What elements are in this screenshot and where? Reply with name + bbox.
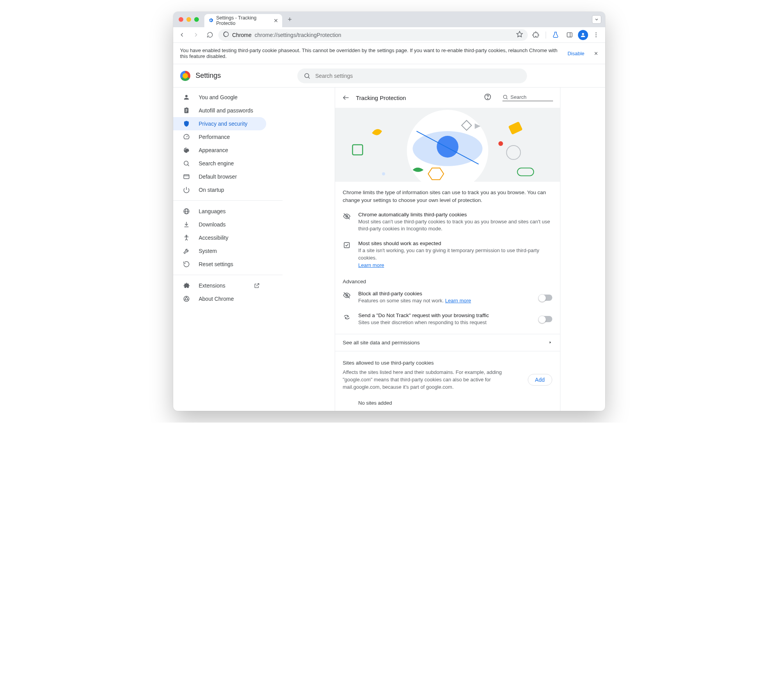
menu-button[interactable] <box>590 29 602 41</box>
back-button[interactable] <box>176 29 188 41</box>
toggle-row-dnt: Send a "Do Not Track" request with your … <box>335 309 560 330</box>
chrome-logo-icon <box>180 71 190 81</box>
settings-header: Settings <box>173 64 605 88</box>
svg-line-30 <box>506 98 508 99</box>
profile-button[interactable] <box>578 30 588 40</box>
extensions-button[interactable] <box>530 29 542 41</box>
close-window-button[interactable] <box>179 17 183 22</box>
tabs-dropdown-button[interactable] <box>592 15 601 24</box>
svg-point-29 <box>503 95 507 99</box>
svg-point-22 <box>185 298 188 300</box>
window-controls <box>173 17 204 22</box>
svg-marker-1 <box>516 32 522 37</box>
svg-rect-13 <box>184 175 189 179</box>
labs-button[interactable] <box>550 29 562 41</box>
sidebar-item-default-browser[interactable]: Default browser <box>173 170 266 183</box>
navrow-label: See all site data and permissions <box>343 340 420 346</box>
main-area: Tracking Protection Search <box>290 88 605 411</box>
puzzle-icon <box>183 282 190 289</box>
info-bar-disable-link[interactable]: Disable <box>567 51 584 56</box>
sidebar-item-label: System <box>199 248 217 254</box>
minimize-window-button[interactable] <box>186 17 191 22</box>
local-search[interactable]: Search <box>502 94 553 101</box>
svg-line-9 <box>309 77 310 78</box>
sidebar-item-label: Accessibility <box>199 235 228 241</box>
sidebar-item-you-and-google[interactable]: You and Google <box>173 91 266 104</box>
svg-point-8 <box>305 74 309 78</box>
settings-title: Settings <box>196 72 221 80</box>
address-bar[interactable]: Chrome chrome://settings/trackingProtect… <box>218 29 528 41</box>
local-search-label: Search <box>511 94 527 100</box>
sidebar-item-extensions[interactable]: Extensions <box>173 279 266 292</box>
info-row-cookies: Chrome automatically limits third-party … <box>335 208 560 237</box>
sidebar-item-downloads[interactable]: Downloads <box>173 218 266 231</box>
see-all-site-data-link[interactable]: See all site data and permissions <box>335 334 560 351</box>
palette-icon <box>183 146 190 154</box>
globe-icon <box>183 207 190 215</box>
page-header: Tracking Protection Search <box>335 88 560 108</box>
sidebar-item-reset[interactable]: Reset settings <box>173 258 266 271</box>
new-tab-button[interactable]: + <box>285 14 295 25</box>
svg-rect-38 <box>508 121 522 135</box>
chrome-icon <box>183 295 190 303</box>
shield-icon <box>183 120 190 128</box>
sidebar-item-label: Appearance <box>199 147 228 153</box>
row-title: Chrome automatically limits third-party … <box>358 212 552 218</box>
back-icon[interactable] <box>342 94 351 102</box>
page-intro: Chrome limits the type of information si… <box>335 182 560 208</box>
row-desc: Most sites can't use third-party cookies… <box>358 218 552 233</box>
maximize-window-button[interactable] <box>194 17 199 22</box>
sidebar-item-on-startup[interactable]: On startup <box>173 183 266 196</box>
sidebar-item-languages[interactable]: Languages <box>173 205 266 218</box>
page-title: Tracking Protection <box>356 95 406 101</box>
external-link-icon <box>254 282 260 289</box>
row-title: Most sites should work as expected <box>358 240 552 246</box>
sidebar-item-label: Reset settings <box>199 261 234 267</box>
svg-point-5 <box>595 32 597 33</box>
forward-button[interactable] <box>190 29 202 41</box>
svg-point-20 <box>186 235 187 236</box>
info-bar-close-button[interactable]: ✕ <box>594 51 598 56</box>
dnt-toggle[interactable] <box>539 316 552 322</box>
sidebar-item-about[interactable]: About Chrome <box>173 292 266 305</box>
accessibility-icon <box>183 234 190 242</box>
site-info-icon[interactable] <box>223 31 229 39</box>
sidebar-item-label: Extensions <box>199 282 225 289</box>
learn-more-link[interactable]: Learn more <box>358 262 384 268</box>
gear-icon <box>208 18 214 24</box>
sidebar-item-accessibility[interactable]: Accessibility <box>173 231 266 244</box>
advanced-heading: Advanced <box>335 273 560 287</box>
check-box-icon <box>343 240 351 269</box>
sidebar-item-autofill[interactable]: Autofill and passwords <box>173 104 266 117</box>
settings-search-input[interactable] <box>314 72 521 79</box>
sidebar-item-search-engine[interactable]: Search engine <box>173 157 266 170</box>
side-panel-button[interactable] <box>564 29 576 41</box>
sidebar-item-privacy[interactable]: Privacy and security <box>173 117 266 130</box>
sidebar-item-label: On startup <box>199 187 224 193</box>
bookmark-button[interactable] <box>516 31 523 39</box>
row-desc: Features on some sites may not work. Lea… <box>358 297 532 305</box>
settings-search[interactable] <box>297 68 527 83</box>
browser-icon <box>183 173 190 181</box>
svg-point-6 <box>595 34 597 35</box>
svg-point-7 <box>595 36 597 37</box>
sidebar-divider <box>173 200 283 201</box>
sidebar-item-system[interactable]: System <box>173 244 266 258</box>
reload-button[interactable] <box>204 29 216 41</box>
tab-title: Settings - Tracking Protectio <box>216 15 271 26</box>
sidebar-item-label: You and Google <box>199 94 238 100</box>
browser-tab[interactable]: Settings - Tracking Protectio ✕ <box>204 14 282 27</box>
sidebar-item-performance[interactable]: Performance <box>173 130 266 144</box>
sidebar-divider <box>173 275 283 275</box>
sidebar-item-appearance[interactable]: Appearance <box>173 144 266 157</box>
sites-empty-row: No sites added <box>335 395 560 411</box>
block-cookies-toggle[interactable] <box>539 295 552 301</box>
help-button[interactable] <box>484 93 492 102</box>
close-tab-button[interactable]: ✕ <box>274 18 278 24</box>
svg-line-24 <box>184 300 185 300</box>
sidebar-item-label: Performance <box>199 134 230 140</box>
svg-point-28 <box>487 98 488 99</box>
info-bar-text: You have enabled testing third-party coo… <box>180 47 562 59</box>
add-site-button[interactable]: Add <box>528 374 552 386</box>
learn-more-link[interactable]: Learn more <box>445 298 471 304</box>
